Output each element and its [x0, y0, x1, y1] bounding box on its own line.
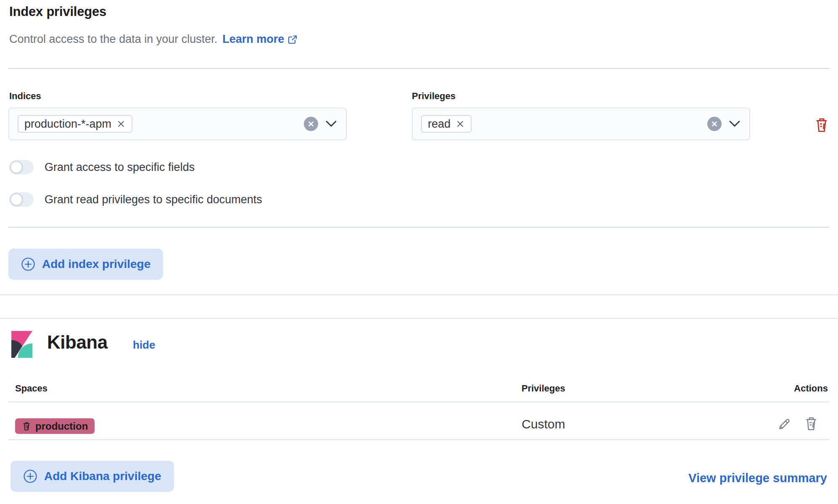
index-privileges-title: Index privileges	[9, 4, 106, 19]
table-header-border	[8, 402, 830, 402]
hide-kibana-link[interactable]: hide	[133, 339, 155, 352]
column-header-actions: Actions	[794, 383, 828, 394]
combo-controls	[707, 117, 741, 131]
column-header-spaces: Spaces	[15, 383, 47, 394]
privileges-combobox[interactable]: read	[412, 108, 750, 140]
plus-circle-icon	[23, 469, 37, 483]
grant-fields-row: Grant access to specific fields	[9, 160, 195, 174]
chevron-down-icon[interactable]	[728, 120, 741, 128]
trash-icon	[804, 416, 819, 432]
index-privileges-description: Control access to the data in your clust…	[9, 33, 298, 46]
index-pill-label: production-*-apm	[24, 118, 111, 131]
add-index-privilege-label: Add index privilege	[42, 257, 150, 271]
clear-x-icon	[711, 121, 718, 127]
divider	[8, 227, 830, 228]
role-editor-page: Index privileges Control access to the d…	[0, 0, 838, 504]
kibana-heading: Kibana	[47, 332, 108, 353]
kibana-logo	[11, 331, 32, 358]
space-badge-label: production	[35, 420, 88, 432]
grant-documents-label: Grant read privileges to specific docume…	[45, 193, 262, 206]
delete-space-privilege-button[interactable]	[804, 416, 819, 432]
remove-privilege-pill-icon[interactable]	[456, 119, 465, 129]
learn-more-link[interactable]: Learn more	[222, 33, 298, 46]
view-privilege-summary-link[interactable]: View privilege summary	[688, 471, 827, 485]
add-kibana-privilege-label: Add Kibana privilege	[44, 470, 161, 483]
indices-combobox[interactable]: production-*-apm	[8, 108, 347, 140]
grant-fields-label: Grant access to specific fields	[45, 161, 195, 174]
privilege-pill: read	[421, 115, 472, 133]
column-header-privileges: Privileges	[510, 383, 577, 394]
space-badge-production[interactable]: production	[15, 418, 95, 434]
learn-more-label: Learn more	[222, 33, 284, 46]
combo-controls	[304, 117, 337, 131]
pencil-icon	[777, 417, 792, 432]
panel-divider	[0, 318, 838, 319]
clear-indices-button[interactable]	[304, 117, 318, 131]
toggle-knob	[10, 161, 23, 173]
privilege-pill-label: read	[428, 118, 451, 131]
description-text: Control access to the data in your clust…	[9, 33, 217, 46]
trash-icon	[814, 117, 830, 134]
divider	[8, 68, 830, 69]
chevron-down-icon[interactable]	[325, 120, 337, 128]
clear-privileges-button[interactable]	[707, 117, 722, 131]
privileges-label: Privileges	[412, 91, 456, 102]
grant-fields-toggle[interactable]	[9, 160, 34, 174]
clear-x-icon	[308, 121, 314, 127]
panel-divider	[0, 294, 838, 295]
delete-index-privilege-button[interactable]	[814, 117, 830, 134]
trash-icon	[22, 421, 31, 431]
indices-label: Indices	[9, 91, 41, 102]
plus-circle-icon	[21, 257, 35, 271]
remove-index-pill-icon[interactable]	[116, 119, 126, 129]
privilege-cell: Custom	[491, 417, 596, 431]
toggle-knob	[10, 193, 23, 206]
table-row-border	[8, 439, 830, 440]
add-index-privilege-button[interactable]: Add index privilege	[8, 249, 163, 280]
grant-documents-row: Grant read privileges to specific docume…	[9, 192, 262, 207]
external-link-icon	[287, 34, 298, 45]
add-kibana-privilege-button[interactable]: Add Kibana privilege	[11, 461, 174, 492]
index-pill: production-*-apm	[18, 115, 132, 133]
edit-space-privilege-button[interactable]	[777, 417, 792, 432]
grant-documents-toggle[interactable]	[9, 192, 34, 207]
